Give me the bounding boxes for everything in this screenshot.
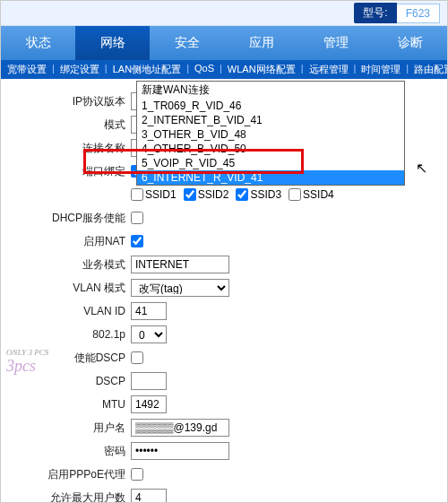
dhcp-checkbox[interactable] [131, 212, 143, 224]
user-label: 用户名 [1, 421, 131, 436]
nav-status[interactable]: 状态 [1, 26, 75, 60]
nav-network[interactable]: 网络 [75, 26, 150, 60]
pppoe-proxy-checkbox[interactable] [131, 468, 143, 481]
nat-label: 启用NAT [1, 234, 131, 249]
subnav-binding[interactable]: 绑定设置 [57, 63, 102, 76]
connection-dropdown-list[interactable]: 新建WAN连接 1_TR069_R_VID_46 2_INTERNET_B_VI… [136, 81, 405, 186]
nav-security[interactable]: 安全 [150, 26, 224, 60]
pppoe-proxy-label: 启用PPPoE代理 [1, 467, 131, 482]
dropdown-opt-6[interactable]: 6_INTERNET_R_VID_41 [137, 170, 404, 185]
nav-app[interactable]: 应用 [224, 26, 298, 60]
mode-label: 模式 [1, 117, 131, 133]
ssid4-checkbox[interactable] [289, 188, 301, 201]
ssid3-label: SSID3 [250, 188, 281, 201]
mtu-label: MTU [1, 398, 131, 411]
dscp-label: DSCP [1, 375, 131, 387]
vlan-mode-select[interactable]: 改写(tag) [131, 279, 229, 297]
dscp-enable-checkbox[interactable] [131, 351, 143, 364]
ip-version-label: IP协议版本 [1, 94, 131, 109]
subnav-time[interactable]: 时间管理 [358, 63, 403, 76]
conn-name-label: 连接名称 [1, 141, 131, 156]
ssid2-checkbox[interactable] [184, 188, 196, 201]
vlan-id-label: VLAN ID [1, 305, 131, 317]
mtu-input[interactable] [131, 395, 167, 413]
ssid3-checkbox[interactable] [236, 188, 248, 201]
p8021-label: 802.1p [1, 328, 131, 341]
main-nav: 状态 网络 安全 应用 管理 诊断 [1, 26, 447, 60]
max-users-label: 允许最大用户数 [1, 490, 131, 504]
sub-nav: 宽带设置| 绑定设置| LAN侧地址配置| QoS| WLAN网络配置| 远程管… [1, 60, 447, 79]
dropdown-opt-new[interactable]: 新建WAN连接 [137, 82, 404, 99]
nav-manage[interactable]: 管理 [298, 26, 373, 60]
max-users-input[interactable] [131, 489, 167, 503]
dropdown-opt-2[interactable]: 2_INTERNET_B_VID_41 [137, 113, 404, 127]
service-label: 业务模式 [1, 257, 131, 273]
ssid4-label: SSID4 [303, 188, 334, 201]
pass-input[interactable] [131, 442, 229, 460]
service-input[interactable] [131, 256, 229, 273]
dropdown-opt-1[interactable]: 1_TR069_R_VID_46 [137, 99, 404, 113]
user-input[interactable] [131, 419, 229, 437]
model-label: 型号: [354, 3, 396, 23]
ssid2-label: SSID2 [198, 188, 229, 201]
ssid1-label: SSID1 [145, 188, 177, 201]
subnav-route[interactable]: 路由配置 [411, 63, 447, 76]
model-value: F623 [397, 4, 440, 23]
subnav-broadband[interactable]: 宽带设置 [4, 63, 49, 76]
dscp-input[interactable] [131, 372, 167, 390]
vlan-id-input[interactable] [131, 302, 167, 320]
dscp-enable-label: 使能DSCP [1, 351, 131, 366]
subnav-wlan[interactable]: WLAN网络配置 [225, 63, 298, 76]
dhcp-label: DHCP服务使能 [1, 211, 131, 226]
dropdown-opt-5[interactable]: 5_VOIP_R_VID_45 [137, 156, 404, 170]
nav-diag[interactable]: 诊断 [373, 26, 447, 60]
subnav-lan[interactable]: LAN侧地址配置 [110, 63, 184, 76]
subnav-remote[interactable]: 远程管理 [306, 63, 351, 76]
nat-checkbox[interactable] [131, 235, 143, 247]
subnav-qos[interactable]: QoS [192, 63, 217, 76]
dropdown-opt-3[interactable]: 3_OTHER_B_VID_48 [137, 127, 404, 142]
vlan-mode-label: VLAN 模式 [1, 281, 131, 296]
p8021-select[interactable]: 0 [131, 325, 167, 343]
port-bind-label: 端口绑定 [1, 164, 131, 179]
ssid1-checkbox[interactable] [131, 188, 143, 201]
dropdown-opt-4[interactable]: 4_OTHER_B_VID_50 [137, 142, 404, 156]
pass-label: 密码 [1, 444, 131, 459]
